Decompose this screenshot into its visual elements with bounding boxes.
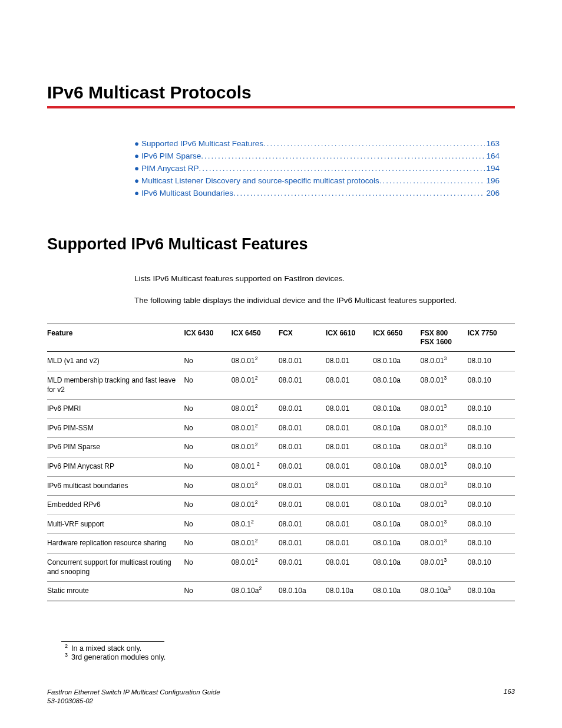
value-cell: 08.0.10 — [468, 419, 515, 438]
value-cell: 08.0.01 — [279, 438, 326, 457]
toc-entry[interactable]: ● PIM Anycast RP........................… — [134, 163, 500, 175]
value-cell: 08.0.01 — [279, 534, 326, 554]
toc-label: IPv6 Multicast Boundaries — [141, 187, 233, 200]
feature-cell: MLD membership tracking and fast leave f… — [47, 371, 184, 399]
table-row: Hardware replication resource sharingNo0… — [47, 534, 515, 554]
toc-leader: ........................................… — [263, 138, 485, 150]
value-cell: 08.0.01 — [279, 371, 326, 399]
footer-docnum: 53-1003085-02 — [47, 697, 93, 704]
value-cell: No — [184, 457, 231, 476]
value-cell: 08.0.10 — [468, 352, 515, 371]
value-cell: 08.0.013 — [421, 476, 468, 496]
value-cell: No — [184, 476, 231, 496]
table-row: Embedded RPv6No08.0.01208.0.0108.0.0108.… — [47, 496, 515, 515]
value-cell: 08.0.012 — [232, 553, 279, 581]
value-cell: 08.0.01 — [326, 534, 373, 554]
value-cell: 08.0.10a — [373, 553, 420, 581]
toc-leader: ........................................… — [199, 163, 485, 175]
feature-cell: IPv6 multicast boundaries — [47, 476, 184, 496]
table-row: IPv6 PIM-SSMNo08.0.01208.0.0108.0.0108.0… — [47, 419, 515, 438]
value-cell: 08.0.013 — [421, 371, 468, 399]
value-cell: 08.0.10 — [468, 553, 515, 581]
toc-entry[interactable]: ● Multicast Listener Discovery and sourc… — [134, 175, 500, 187]
value-cell: 08.0.01 — [279, 476, 326, 496]
value-cell: 08.0.013 — [421, 496, 468, 515]
toc-leader: ........................................… — [201, 150, 485, 163]
value-cell: 08.0.10a3 — [421, 582, 468, 601]
value-cell: No — [184, 534, 231, 554]
value-cell: 08.0.10a2 — [232, 582, 279, 601]
value-cell: 08.0.10a — [468, 582, 515, 601]
toc-entry[interactable]: ● IPv6 Multicast Boundaries.............… — [134, 187, 500, 200]
value-cell: 08.0.10 — [468, 438, 515, 457]
value-cell: 08.0.10a — [326, 582, 373, 601]
chapter-title: IPv6 Multicast Protocols — [47, 83, 515, 103]
value-cell: 08.0.10a — [279, 582, 326, 601]
value-cell: 08.0.01 — [326, 438, 373, 457]
value-cell: 08.0.01 — [279, 553, 326, 581]
toc-page: 164 — [485, 150, 500, 163]
value-cell: 08.0.01 — [279, 419, 326, 438]
value-cell: 08.0.012 — [232, 438, 279, 457]
feature-cell: Concurrent support for multicast routing… — [47, 553, 184, 581]
toc-page: 163 — [485, 138, 500, 150]
footnotes: 2In a mixed stack only. 33rd generation … — [61, 641, 166, 662]
value-cell: 08.0.012 — [232, 400, 279, 419]
value-cell: 08.0.01 — [279, 457, 326, 476]
toc-entry[interactable]: ● Supported IPv6 Multicast Features.....… — [134, 138, 500, 150]
value-cell: No — [184, 371, 231, 399]
value-cell: 08.0.013 — [421, 515, 468, 534]
value-cell: No — [184, 438, 231, 457]
bullet-icon: ● — [134, 150, 141, 163]
bullet-icon: ● — [134, 187, 141, 200]
value-cell: 08.0.10a — [373, 582, 420, 601]
toc-label: IPv6 PIM Sparse — [141, 150, 201, 163]
toc-label: Supported IPv6 Multicast Features — [141, 138, 263, 150]
value-cell: 08.0.013 — [421, 553, 468, 581]
value-cell: 08.0.01 — [326, 553, 373, 581]
value-cell: 08.0.013 — [421, 352, 468, 371]
feature-cell: Embedded RPv6 — [47, 496, 184, 515]
value-cell: No — [184, 515, 231, 534]
intro-paragraph: Lists IPv6 Multicast features supported … — [134, 274, 515, 285]
footer-title: FastIron Ethernet Switch IP Multicast Co… — [47, 689, 220, 696]
intro-paragraph: The following table displays the individ… — [134, 295, 515, 307]
value-cell: No — [184, 400, 231, 419]
value-cell: 08.0.01 — [326, 371, 373, 399]
toc-label: Multicast Listener Discovery and source-… — [141, 175, 379, 187]
feature-cell: Multi-VRF support — [47, 515, 184, 534]
table-row: IPv6 PMRINo08.0.01208.0.0108.0.0108.0.10… — [47, 400, 515, 419]
toc-page: 196 — [485, 175, 500, 187]
value-cell: 08.0.10a — [373, 457, 420, 476]
section-title: Supported IPv6 Multicast Features — [47, 235, 515, 253]
value-cell: No — [184, 553, 231, 581]
section-intro: Lists IPv6 Multicast features supported … — [134, 274, 515, 307]
value-cell: 08.0.10a — [373, 371, 420, 399]
footnote-2: 2In a mixed stack only. — [73, 644, 166, 653]
value-cell: 08.0.013 — [421, 400, 468, 419]
feature-cell: IPv6 PMRI — [47, 400, 184, 419]
value-cell: 08.0.013 — [421, 534, 468, 554]
bullet-icon: ● — [134, 163, 141, 175]
table-header: ICX 6650 — [373, 324, 420, 352]
value-cell: 08.0.01 — [279, 400, 326, 419]
table-row: Concurrent support for multicast routing… — [47, 553, 515, 581]
value-cell: 08.0.012 — [232, 352, 279, 371]
feature-cell: IPv6 PIM Anycast RP — [47, 457, 184, 476]
value-cell: 08.0.10a — [373, 419, 420, 438]
value-cell: No — [184, 352, 231, 371]
table-row: IPv6 multicast boundariesNo08.0.01208.0.… — [47, 476, 515, 496]
toc-entry[interactable]: ● IPv6 PIM Sparse.......................… — [134, 150, 500, 163]
table-row: MLD membership tracking and fast leave f… — [47, 371, 515, 399]
page-footer: FastIron Ethernet Switch IP Multicast Co… — [47, 688, 515, 706]
table-row: Multi-VRF supportNo08.0.1208.0.0108.0.01… — [47, 515, 515, 534]
table-row: IPv6 PIM Anycast RPNo08.0.01 208.0.0108.… — [47, 457, 515, 476]
value-cell: No — [184, 582, 231, 601]
footer-page-number: 163 — [504, 688, 515, 706]
footnote-rule — [61, 641, 164, 642]
value-cell: 08.0.10a — [373, 496, 420, 515]
feature-cell: IPv6 PIM Sparse — [47, 438, 184, 457]
table-row: Static mrouteNo08.0.10a208.0.10a08.0.10a… — [47, 582, 515, 601]
value-cell: 08.0.10 — [468, 534, 515, 554]
value-cell: 08.0.10 — [468, 400, 515, 419]
